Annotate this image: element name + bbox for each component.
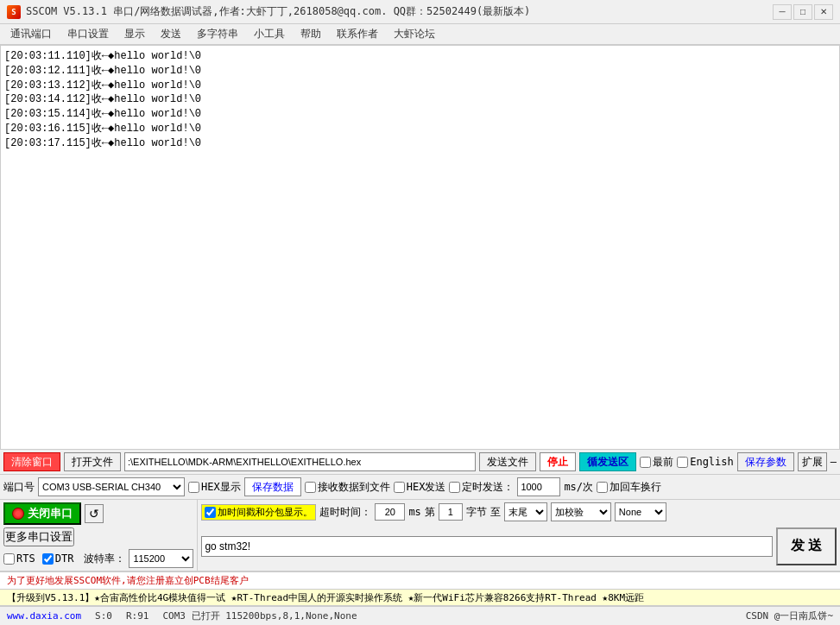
menu-item-显示[interactable]: 显示 (117, 25, 152, 43)
terminal-area[interactable]: [20:03:11.110]收←◆hello world!\0[20:03:12… (0, 45, 840, 450)
byte-label: 字节 (466, 505, 487, 520)
nth-label: 第 (425, 505, 435, 520)
port-select-area: 端口号 COM3 USB-SERIAL CH340 (3, 477, 185, 496)
baud-label: 波特率： (84, 552, 125, 566)
english-checkbox[interactable] (677, 457, 688, 468)
main-content: [20:03:11.110]收←◆hello world!\0[20:03:12… (0, 45, 840, 450)
menu-item-串口设置[interactable]: 串口设置 (60, 25, 116, 43)
timestamp-checkbox[interactable] (205, 507, 216, 518)
window-controls: ─ □ ✕ (773, 4, 833, 20)
port-row: 端口号 COM3 USB-SERIAL CH340 HEX显示 保存数据 接收数… (0, 475, 840, 500)
clear-window-button[interactable]: 清除窗口 (3, 452, 60, 471)
terminal-line: [20:03:16.115]收←◆hello world!\0 (4, 122, 836, 136)
title-text: SSCOM V5.13.1 串口/网络数据调试器,作者:大虾丁丁,2618058… (26, 4, 530, 19)
terminal-line: [20:03:15.114]收←◆hello world!\0 (4, 107, 836, 122)
checksum-select[interactable]: 加校验 (551, 502, 611, 521)
menu-item-联系作者[interactable]: 联系作者 (330, 25, 385, 43)
minimize-button[interactable]: ─ (773, 4, 792, 20)
file-path-input[interactable] (124, 452, 476, 471)
menu-bar: 通讯端口串口设置显示发送多字符串小工具帮助联系作者大虾论坛 (0, 24, 840, 45)
status-r: R:91 (126, 610, 149, 622)
carriage-return-checkbox[interactable] (597, 482, 608, 493)
timeout-unit: ms (408, 506, 420, 518)
stop-button[interactable]: 停止 (540, 452, 576, 471)
auto-send-checkbox[interactable] (449, 482, 460, 493)
terminal-line: [20:03:13.112]收←◆hello world!\0 (4, 79, 836, 93)
receive-file-checkbox[interactable] (305, 482, 316, 493)
open-file-button[interactable]: 打开文件 (64, 452, 121, 471)
control-section: 清除窗口 打开文件 发送文件 停止 循发送区 最前 English 保存参数 扩… (0, 450, 840, 625)
send-text-input[interactable] (201, 536, 773, 557)
title-bar-left: S SSCOM V5.13.1 串口/网络数据调试器,作者:大虾丁丁,26180… (7, 4, 530, 19)
app-icon: S (7, 5, 21, 19)
send-input-area: 加时间戳和分包显示。 超时时间： ms 第 字节 至 末尾 加校验 None (198, 500, 840, 571)
end-select[interactable]: 末尾 (504, 502, 547, 521)
menu-item-多字符串[interactable]: 多字符串 (190, 25, 245, 43)
hex-send-checkbox[interactable] (394, 482, 405, 493)
checksum-value-select[interactable]: None (615, 502, 666, 521)
send-button[interactable]: 发 送 (776, 527, 837, 565)
more-settings-button[interactable]: 更多串口设置 (3, 527, 74, 546)
send-file-button[interactable]: 发送文件 (479, 452, 536, 471)
promo-bar: 为了更好地发展SSCOM软件,请您注册嘉立创PCB结尾客户 (0, 571, 840, 589)
timeout-input[interactable] (375, 503, 405, 521)
toolbar-row: 清除窗口 打开文件 发送文件 停止 循发送区 最前 English 保存参数 扩… (0, 450, 840, 475)
interval-input[interactable] (517, 477, 560, 496)
port-label: 端口号 (3, 480, 35, 495)
rts-dtr-row: RTS DTR 波特率： 115200 (3, 549, 193, 568)
carriage-return-label: 加回车换行 (597, 480, 661, 495)
port-status: COM3 已打开 115200bps,8,1,None,None (162, 609, 731, 622)
dtr-label: DTR (42, 552, 74, 565)
hex-send-label: HEX发送 (394, 480, 446, 495)
more-settings-row: 更多串口设置 (3, 527, 193, 546)
status-bar: www.daxia.com S:0 R:91 COM3 已打开 115200bp… (0, 606, 840, 625)
terminal-line: [20:03:14.112]收←◆hello world!\0 (4, 92, 836, 107)
save-param-button[interactable]: 保存参数 (737, 452, 794, 471)
to-label: 至 (490, 505, 501, 520)
watermark: CSDN @一日南瓜饼~ (746, 609, 833, 622)
auto-send-button[interactable]: 循发送区 (579, 452, 636, 471)
timestamp-checkbox-label: 加时间戳和分包显示。 (201, 504, 316, 521)
website-link[interactable]: www.daxia.com (7, 610, 81, 622)
close-port-row: 关闭串口 ↺ (3, 502, 193, 525)
last-checkbox-label: 最前 (640, 455, 673, 470)
save-data-button[interactable]: 保存数据 (244, 477, 301, 496)
timeout-label: 超时时间： (319, 505, 371, 520)
timestamp-row: 加时间戳和分包显示。 超时时间： ms 第 字节 至 末尾 加校验 None (201, 502, 837, 521)
menu-item-小工具[interactable]: 小工具 (247, 25, 292, 43)
port-dropdown[interactable]: COM3 USB-SERIAL CH340 (38, 477, 185, 496)
menu-item-大虾论坛[interactable]: 大虾论坛 (387, 25, 442, 43)
send-area-row: 关闭串口 ↺ 更多串口设置 RTS DTR 波特率： (0, 500, 840, 571)
rts-checkbox[interactable] (3, 553, 15, 565)
refresh-button[interactable]: ↺ (85, 504, 104, 523)
hex-display-label: HEX显示 (188, 480, 241, 495)
hex-display-checkbox[interactable] (188, 482, 199, 493)
expand-button[interactable]: 扩展 (798, 452, 827, 471)
terminal-line: [20:03:11.110]收←◆hello world!\0 (4, 49, 836, 64)
port-control-area: 关闭串口 ↺ 更多串口设置 RTS DTR 波特率： (0, 500, 198, 571)
interval-unit: ms/次 (564, 480, 593, 495)
terminal-line: [20:03:12.111]收←◆hello world!\0 (4, 64, 836, 79)
dtr-checkbox[interactable] (42, 553, 54, 565)
port-indicator (12, 508, 24, 520)
english-checkbox-label: English (677, 456, 734, 468)
rts-label: RTS (3, 552, 35, 565)
menu-item-通讯端口[interactable]: 通讯端口 (3, 25, 59, 43)
maximize-button[interactable]: □ (793, 4, 812, 20)
close-button[interactable]: ✕ (814, 4, 833, 20)
news-ticker: 【升级到V5.13.1】★合宙高性价比4G模块值得一试 ★RT-Thread中国… (0, 589, 840, 606)
expand-symbol: — (831, 456, 837, 468)
auto-send-label: 定时发送： (449, 480, 514, 495)
title-bar: S SSCOM V5.13.1 串口/网络数据调试器,作者:大虾丁丁,26180… (0, 0, 840, 24)
baud-rate-select[interactable]: 115200 (129, 549, 193, 568)
menu-item-帮助[interactable]: 帮助 (294, 25, 328, 43)
status-s: S:0 (95, 610, 112, 622)
close-port-button[interactable]: 关闭串口 (3, 502, 81, 525)
nth-input[interactable] (439, 503, 463, 521)
receive-file-label: 接收数据到文件 (305, 480, 390, 495)
terminal-line: [20:03:17.115]收←◆hello world!\0 (4, 136, 836, 151)
send-input-row: 发 送 (201, 524, 837, 568)
menu-item-发送[interactable]: 发送 (154, 25, 188, 43)
last-checkbox[interactable] (640, 457, 651, 468)
